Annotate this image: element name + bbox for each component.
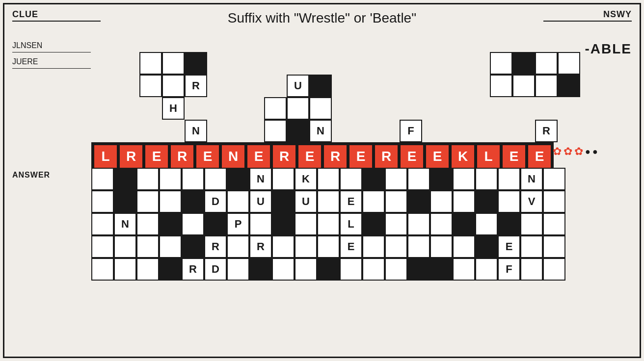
bg-0-20 (543, 168, 565, 190)
bg-3-4 (182, 235, 204, 258)
bg-3-17 (475, 235, 498, 258)
nswy-underline (543, 21, 632, 22)
bg-0-17 (475, 168, 498, 190)
bg-3-19 (520, 235, 543, 258)
ans-E1: E (144, 144, 169, 169)
crossword-wrapper: R H N U N F R L R E R E N E R E R E R E … (91, 37, 541, 358)
bg-4-9 (295, 258, 317, 281)
clue-label: CLUE (12, 9, 110, 20)
bg-2-0 (91, 213, 114, 235)
bg-4-12 (362, 258, 385, 281)
bg-4-7 (249, 258, 272, 281)
bg-1-5: D (204, 190, 227, 213)
bg-2-6: P (227, 213, 249, 235)
bg-0-3 (159, 168, 182, 190)
cell-tl-1-2: R (185, 75, 207, 97)
bg-3-2 (136, 235, 159, 258)
bg-3-5: R (204, 235, 227, 258)
bg-2-15 (430, 213, 453, 235)
bg-4-17 (475, 258, 498, 281)
bg-2-7 (249, 213, 272, 235)
bg-3-3 (159, 235, 182, 258)
cell-tr-0-1 (512, 52, 535, 75)
bg-2-4 (182, 213, 204, 235)
bg-2-14 (407, 213, 430, 235)
bg-4-16 (453, 258, 475, 281)
bg-1-11: E (340, 190, 362, 213)
cell-tc-0-0: U (287, 75, 309, 97)
bg-4-6 (227, 258, 249, 281)
answer-decorations: ✿ ✿ ✿ ● ● (553, 145, 598, 158)
bg-4-5: D (204, 258, 227, 281)
bg-3-7: R (249, 235, 272, 258)
ans-E8: E (501, 144, 527, 169)
bg-1-20 (543, 190, 565, 213)
bg-1-12 (362, 190, 385, 213)
bg-1-2 (136, 190, 159, 213)
bg-1-1 (114, 190, 136, 213)
sidebar-underline-2 (12, 68, 91, 69)
cell-tc-1-2 (309, 97, 332, 120)
bg-1-16 (453, 190, 475, 213)
bg-0-10 (317, 168, 340, 190)
sidebar-underline-1 (12, 52, 91, 52)
bg-3-0 (91, 235, 114, 258)
clue-section: CLUE (12, 9, 110, 22)
bg-2-13 (385, 213, 407, 235)
bg-4-3 (159, 258, 182, 281)
bg-0-15 (430, 168, 453, 190)
bg-1-0 (91, 190, 114, 213)
cell-tl-1-0 (139, 75, 162, 97)
bg-2-16 (453, 213, 475, 235)
answer-label: ANSWER (12, 171, 50, 180)
bottom-border (3, 357, 641, 358)
ans-R4: R (322, 144, 348, 169)
bg-0-8 (272, 168, 295, 190)
bg-2-19 (520, 213, 543, 235)
bg-4-20 (543, 258, 565, 281)
bg-3-16 (453, 235, 475, 258)
cell-tl-0-2 (185, 52, 207, 75)
bg-2-3 (159, 213, 182, 235)
ans-L2: L (476, 144, 501, 169)
bg-4-10 (317, 258, 340, 281)
cell-tr-1-3 (558, 75, 580, 97)
ans-E3: E (246, 144, 271, 169)
nswy-label: NSWY (603, 9, 632, 20)
bg-3-9 (295, 235, 317, 258)
bg-2-9 (295, 213, 317, 235)
header: CLUE Suffix with "Wrestle" or 'Beatle" N… (3, 3, 641, 37)
bg-3-20 (543, 235, 565, 258)
bg-0-6 (227, 168, 249, 190)
ans-E6: E (399, 144, 425, 169)
bg-3-12 (362, 235, 385, 258)
bg-2-17 (475, 213, 498, 235)
answer-row: L R E R E N E R E R E R E E K L E E (91, 142, 554, 171)
bg-4-13 (385, 258, 407, 281)
bottom-grid: N K N D U U E V (91, 168, 541, 358)
ans-K: K (450, 144, 476, 169)
bg-4-8 (272, 258, 295, 281)
bg-1-19: V (520, 190, 543, 213)
bg-0-11 (340, 168, 362, 190)
bg-2-10 (317, 213, 340, 235)
bg-3-14 (407, 235, 430, 258)
bg-2-18 (498, 213, 520, 235)
cell-tl-1-1 (162, 75, 185, 97)
flower-3: ✿ (574, 145, 583, 158)
cell-tc-1-0 (264, 97, 287, 120)
bg-1-3 (159, 190, 182, 213)
bg-1-13 (385, 190, 407, 213)
bg-4-4: R (182, 258, 204, 281)
cell-tc-2-2: N (309, 120, 332, 142)
cell-tr-1-2 (535, 75, 558, 97)
cell-f: F (400, 120, 422, 142)
dot-2: ● (592, 147, 598, 157)
ans-L: L (93, 144, 118, 169)
cell-tl-2-0: H (162, 97, 185, 120)
bg-1-15 (430, 190, 453, 213)
bg-2-8 (272, 213, 295, 235)
bg-4-1 (114, 258, 136, 281)
bg-1-9: U (295, 190, 317, 213)
bg-0-7: N (249, 168, 272, 190)
